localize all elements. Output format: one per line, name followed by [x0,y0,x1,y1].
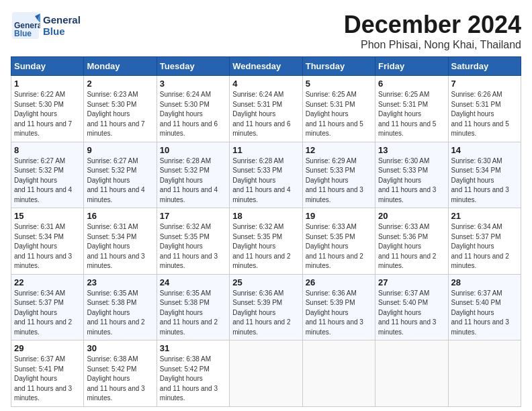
day-info: Sunrise: 6:35 AM Sunset: 5:38 PM Dayligh… [160,289,226,338]
day-number: 29 [14,343,81,353]
calendar-cell: 5 Sunrise: 6:25 AM Sunset: 5:31 PM Dayli… [302,76,375,142]
sunset-text: Sunset: 5:42 PM [87,365,153,375]
daylight-value: and 11 hours and 4 minutes. [232,185,299,205]
column-header-thursday: Thursday [302,57,375,76]
daylight-label: Daylight hours [306,109,372,120]
daylight-value: and 11 hours and 3 minutes. [378,185,445,205]
week-row-5: 29 Sunrise: 6:37 AM Sunset: 5:41 PM Dayl… [11,340,521,407]
sunrise-text: Sunrise: 6:34 AM [451,222,518,232]
daylight-label: Daylight hours [232,308,299,318]
daylight-value: and 11 hours and 4 minutes. [87,185,153,205]
day-number: 3 [160,79,226,89]
day-number: 30 [87,343,153,353]
calendar-cell: 23 Sunrise: 6:35 AM Sunset: 5:38 PM Dayl… [84,274,157,340]
calendar-cell: 2 Sunrise: 6:23 AM Sunset: 5:30 PM Dayli… [84,76,157,142]
column-header-wednesday: Wednesday [230,57,302,76]
day-info: Sunrise: 6:23 AM Sunset: 5:30 PM Dayligh… [87,90,153,139]
calendar-cell: 20 Sunrise: 6:33 AM Sunset: 5:36 PM Dayl… [375,208,448,275]
sunrise-text: Sunrise: 6:33 AM [378,222,445,232]
sunset-text: Sunset: 5:30 PM [160,100,226,110]
day-info: Sunrise: 6:37 AM Sunset: 5:40 PM Dayligh… [378,289,445,338]
day-number: 7 [451,79,518,89]
column-header-monday: Monday [84,57,157,76]
logo-text-blue: Blue [43,26,81,37]
sunrise-text: Sunrise: 6:32 AM [232,222,299,232]
day-number: 4 [232,79,299,89]
sunrise-text: Sunrise: 6:26 AM [451,90,518,100]
calendar-cell [302,340,375,407]
sunset-text: Sunset: 5:33 PM [306,166,372,176]
day-number: 15 [14,211,81,221]
daylight-label: Daylight hours [451,109,518,120]
calendar-cell: 22 Sunrise: 6:34 AM Sunset: 5:37 PM Dayl… [11,274,84,340]
daylight-label: Daylight hours [232,176,299,186]
day-info: Sunrise: 6:32 AM Sunset: 5:35 PM Dayligh… [160,222,226,271]
sunrise-text: Sunrise: 6:38 AM [160,355,226,365]
day-number: 17 [160,211,226,221]
day-info: Sunrise: 6:27 AM Sunset: 5:32 PM Dayligh… [14,156,81,205]
sunset-text: Sunset: 5:42 PM [160,365,226,375]
sunset-text: Sunset: 5:31 PM [306,100,372,110]
day-number: 23 [87,277,153,287]
day-number: 5 [306,79,372,89]
logo-icon: General Blue [11,11,40,40]
day-number: 2 [87,79,153,89]
sunrise-text: Sunrise: 6:28 AM [232,156,299,167]
day-number: 19 [306,211,372,221]
sunset-text: Sunset: 5:34 PM [14,232,81,242]
daylight-label: Daylight hours [14,242,81,252]
daylight-value: and 11 hours and 3 minutes. [14,252,81,271]
sunrise-text: Sunrise: 6:33 AM [306,222,372,232]
sunrise-text: Sunrise: 6:36 AM [306,289,372,299]
calendar-cell [448,340,521,407]
daylight-label: Daylight hours [306,308,372,318]
daylight-label: Daylight hours [160,242,226,252]
sunrise-text: Sunrise: 6:22 AM [14,90,81,100]
day-number: 21 [451,211,518,221]
calendar-cell: 8 Sunrise: 6:27 AM Sunset: 5:32 PM Dayli… [11,142,84,208]
daylight-value: and 11 hours and 5 minutes. [378,120,445,139]
sunrise-text: Sunrise: 6:37 AM [451,289,518,299]
daylight-value: and 11 hours and 3 minutes. [160,252,226,271]
day-number: 24 [160,277,226,287]
day-info: Sunrise: 6:33 AM Sunset: 5:36 PM Dayligh… [378,222,445,271]
sunset-text: Sunset: 5:33 PM [378,166,445,176]
day-number: 14 [451,145,518,155]
sunset-text: Sunset: 5:35 PM [232,232,299,242]
week-row-2: 8 Sunrise: 6:27 AM Sunset: 5:32 PM Dayli… [11,142,521,208]
daylight-label: Daylight hours [14,374,81,384]
sunrise-text: Sunrise: 6:35 AM [87,289,153,299]
daylight-value: and 11 hours and 6 minutes. [232,120,299,139]
daylight-value: and 11 hours and 2 minutes. [306,252,372,271]
week-row-3: 15 Sunrise: 6:31 AM Sunset: 5:34 PM Dayl… [11,208,521,275]
sunrise-text: Sunrise: 6:30 AM [378,156,445,167]
sunset-text: Sunset: 5:39 PM [232,298,299,308]
calendar-cell: 12 Sunrise: 6:29 AM Sunset: 5:33 PM Dayl… [302,142,375,208]
daylight-label: Daylight hours [160,308,226,318]
day-info: Sunrise: 6:30 AM Sunset: 5:33 PM Dayligh… [378,156,445,205]
sunset-text: Sunset: 5:31 PM [451,100,518,110]
day-info: Sunrise: 6:24 AM Sunset: 5:30 PM Dayligh… [160,90,226,139]
sunset-text: Sunset: 5:37 PM [14,298,81,308]
daylight-label: Daylight hours [87,109,153,120]
daylight-label: Daylight hours [160,176,226,186]
calendar-cell: 31 Sunrise: 6:38 AM Sunset: 5:42 PM Dayl… [157,340,229,407]
daylight-label: Daylight hours [378,176,445,186]
calendar-cell: 25 Sunrise: 6:36 AM Sunset: 5:39 PM Dayl… [230,274,302,340]
sunrise-text: Sunrise: 6:25 AM [306,90,372,100]
sunrise-text: Sunrise: 6:36 AM [232,289,299,299]
calendar-cell: 18 Sunrise: 6:32 AM Sunset: 5:35 PM Dayl… [230,208,302,275]
sunrise-text: Sunrise: 6:27 AM [14,156,81,167]
calendar-header-row: SundayMondayTuesdayWednesdayThursdayFrid… [11,57,521,76]
sunrise-text: Sunrise: 6:30 AM [451,156,518,167]
day-number: 8 [14,145,81,155]
day-number: 10 [160,145,226,155]
sunset-text: Sunset: 5:35 PM [160,232,226,242]
sunset-text: Sunset: 5:36 PM [378,232,445,242]
daylight-label: Daylight hours [451,176,518,186]
day-info: Sunrise: 6:34 AM Sunset: 5:37 PM Dayligh… [451,222,518,271]
day-number: 22 [14,277,81,287]
calendar-cell: 17 Sunrise: 6:32 AM Sunset: 5:35 PM Dayl… [157,208,229,275]
column-header-friday: Friday [375,57,448,76]
sunrise-text: Sunrise: 6:37 AM [378,289,445,299]
